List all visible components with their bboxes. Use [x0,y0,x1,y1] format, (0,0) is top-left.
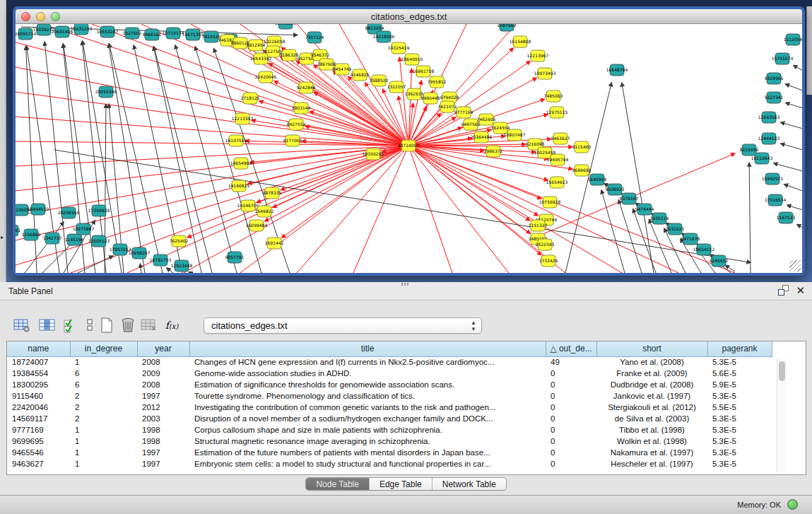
table-panel-header: Table Panel ✕ [0,282,812,300]
graph-node-label: 16210643 [751,156,773,160]
graph-node-label: 7986372 [484,148,503,153]
table-row[interactable]: 977716911998Corpus callosum shape and si… [7,424,772,436]
table-row[interactable]: 946554611997Estimation of the future num… [7,447,772,458]
table-panel-title: Table Panel [8,286,53,296]
delete-columns-button[interactable] [117,316,139,334]
graph-node-label: 7932621 [666,226,685,231]
table-mode-button[interactable] [11,316,33,334]
expand-arrow-icon[interactable]: ▸ [1,234,4,240]
table-scrollbar[interactable] [777,358,787,472]
graph-node-label: 16154808 [510,39,531,44]
graph-node-label: 1151327 [529,223,548,228]
control-panel-collapsed-strip[interactable]: ▸ [0,0,6,282]
graph-node-label: 8427552 [287,122,306,127]
graph-node-label: 15654923 [546,180,568,185]
graph-node-label: 7462606 [477,117,496,122]
table-row[interactable]: 2242004622012Investigating the contribut… [7,402,772,413]
graph-node-label: 7625402 [170,238,189,243]
tab-node-table[interactable]: Node Table [306,478,370,490]
table-row[interactable]: 911546021997Tourette syndrome. Phenomeno… [7,390,772,402]
graph-node-label: 16648784 [606,67,628,72]
table-row[interactable]: 1872400712008Changes of HCN gene express… [7,356,772,368]
column-header-in_degree[interactable]: in_degree [70,341,137,356]
table-selector-combo[interactable]: citations_edges.txt ▲▼ [204,317,482,334]
table-row[interactable]: 1830029562008Estimation of significance … [7,379,772,390]
table-row[interactable]: 946362711997Embryonic stem cells: a mode… [7,458,772,469]
node-table: namein_degreeyeartitle△ out_de...shortpa… [7,341,772,469]
graph-node-label: 12213967 [527,53,549,58]
table-mode-icon [13,317,31,333]
new-file-icon [98,317,115,334]
graph-node-label: 16046756 [237,203,259,208]
column-header-year[interactable]: year [137,341,189,356]
function-icon: f(x) [165,320,179,331]
column-header-name[interactable]: name [7,341,70,356]
cytoscape-app: ▸ citations_edges.txt [0,0,812,514]
graph-node-label: 7357224 [305,35,324,40]
graph-node-label: 18494510 [28,206,49,211]
network-canvas[interactable]: 2405571420691406193392701043120310553287… [16,24,802,273]
graph-node-label: 9777169 [454,110,473,115]
table-toolbar: f(x) citations_edges.txt ▲▼ [0,300,812,341]
graph-node-label: 9245652 [710,258,729,263]
graph-node-label: 8186328 [280,52,299,57]
graph-node-label: 10719134 [163,30,184,35]
graph-node-label: 16107550 [225,138,247,143]
graph-node-label: 22420046 [255,74,277,79]
graph-node-label: 17016534 [765,197,787,202]
graph-node-label: 8990448 [421,95,440,100]
table-row[interactable]: 969969511998Structural magnetic resonanc… [7,436,772,447]
memory-status-icon[interactable] [787,499,798,510]
graph-node-label: 2935114 [650,216,669,221]
graph-node-label: 1588520 [370,78,389,83]
network-window: citations_edges.txt 24055714206914061933… [13,6,805,276]
graph-node-label: 9546372 [311,52,330,57]
graph-node-label: 6216098 [526,141,545,146]
float-panel-icon[interactable] [778,285,789,296]
close-panel-icon[interactable]: ✕ [796,285,805,296]
table-row[interactable]: 1456911722003Disruption of a novel membe… [7,413,772,424]
column-header-out_degree[interactable]: △ out_de... [546,341,596,356]
graph-node-label: 19339270 [33,27,55,32]
column-header-title[interactable]: title [189,341,546,356]
graph-node-label: 18300295 [363,151,384,156]
graph-node-label: 1145194 [65,237,84,242]
graph-node-label: 8938923 [606,187,625,192]
graph-node-label: 8912954 [247,42,266,47]
graph-node-label: 16782753 [150,257,172,262]
graph-node-label: 2803144 [292,105,311,110]
create-column-button[interactable] [96,316,117,334]
column-header-pagerank[interactable]: pagerank [707,341,772,356]
graph-node-label: 1621072 [438,104,457,109]
delete-table-button[interactable] [139,316,160,334]
select-all-button[interactable] [59,316,81,334]
window-resize-grip[interactable] [789,260,801,271]
graph-node-label: 2522543 [536,242,555,247]
graph-node-label: 1785061 [16,228,21,233]
function-builder-button[interactable]: f(x) [161,316,182,334]
column-header-short[interactable]: short [596,341,707,356]
tab-network-table[interactable]: Network Table [433,478,506,490]
graph-node-label: 16099484 [246,223,268,228]
graph-node-label: 7955812 [428,79,447,84]
graph-node-label: 10807487 [504,132,526,137]
graph-node-label: 8466160 [143,32,162,37]
table-scrollbar-thumb[interactable] [779,361,785,381]
graph-node-label: 19218506 [373,34,395,39]
split-pane-handle[interactable] [401,283,410,286]
graph-node-label: 12093583 [758,115,780,119]
graph-node-label: 12923448 [171,263,193,268]
show-columns-button[interactable] [37,316,58,334]
graph-node-label: 9474444 [635,206,654,211]
graph-node-label: 9146821 [351,72,370,77]
table-tabs: Node TableEdge TableNetwork Table [0,477,812,495]
graph-node-label: 12975115 [546,110,568,115]
network-canvas-container: 2405571420691406193392701043120310553287… [16,24,802,273]
graph-node-label: 18724007 [398,143,420,148]
graph-node-label: 2718126 [241,95,260,100]
tab-edge-table[interactable]: Edge Table [370,478,433,490]
node-table-container: namein_degreeyeartitle△ out_de...shortpa… [6,341,806,475]
table-row[interactable]: 1938455462009Genome-wide association stu… [7,368,772,379]
network-window-titlebar[interactable]: citations_edges.txt [16,9,802,24]
graph-node-label: 9177006 [283,138,302,143]
